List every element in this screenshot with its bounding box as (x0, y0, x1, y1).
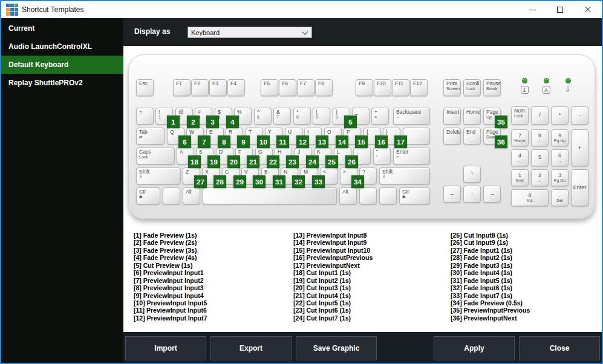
sidebar-item-current[interactable]: Current (1, 19, 123, 37)
key-numpad-subtract[interactable]: - (571, 106, 588, 125)
key-arrow-up[interactable]: ↑ (463, 166, 481, 183)
key-tab[interactable]: Tab⇄ (136, 128, 165, 145)
key-backspace[interactable]: Backspace← (393, 108, 430, 125)
shortcut-badge-5: 5 (344, 115, 357, 128)
legend-entry: [13] PreviewInput Input8 (293, 232, 448, 239)
legend-entry: [25] Cut Input8 (1s) (451, 232, 603, 239)
key-equals[interactable]: += (371, 108, 389, 125)
key-numpad-3[interactable]: 3Pg Dn (551, 169, 569, 186)
key-win-left[interactable] (163, 187, 180, 204)
key-numpad-divide[interactable]: / (531, 106, 549, 125)
key-menu[interactable] (379, 187, 397, 204)
key-f12[interactable]: F12 (410, 79, 428, 96)
minimize-icon (529, 10, 536, 10)
legend-entry: [7] PreviewInput Input2 (134, 277, 288, 284)
key-f10[interactable]: F10 (374, 79, 391, 96)
key-alt-right[interactable]: Alt (339, 187, 357, 204)
legend-entry: [27] Fade Input1 (1s) (451, 247, 603, 254)
sidebar-item-default-keyboard[interactable]: Default Keyboard (1, 56, 123, 74)
key-arrow-right[interactable]: → (483, 186, 501, 203)
key-shift-right[interactable]: Shift⇧ (379, 167, 430, 184)
key-numpad-decimal[interactable]: .Del (551, 189, 569, 206)
key-numpad-4[interactable]: 4← (511, 149, 529, 166)
key-delete[interactable]: Delete (443, 128, 461, 145)
key-f3[interactable]: F3 (209, 79, 227, 96)
key-enter[interactable]: Enter↵ (393, 148, 430, 164)
key-7[interactable]: &7 (273, 108, 291, 125)
key-backquote[interactable]: ~` (136, 108, 154, 125)
shortcut-badge-17: 17 (394, 135, 407, 148)
maximize-icon (557, 7, 563, 13)
legend-entry: [10] PreviewInput Input5 (134, 299, 288, 307)
key-8[interactable]: *8 (293, 108, 311, 125)
key-scroll-lock[interactable]: ScrollLock (463, 79, 481, 96)
legend-entry: [21] Cut Input4 (1s) (293, 292, 448, 299)
shortcut-badge-29: 29 (233, 175, 246, 188)
key-numpad-multiply[interactable]: * (551, 106, 569, 125)
caps-lock-led-icon: A (543, 86, 550, 94)
import-button[interactable]: Import (125, 336, 206, 360)
key-end[interactable]: End (463, 128, 481, 145)
chevron-down-icon (302, 29, 308, 35)
key-numpad-5[interactable]: 5 (531, 149, 549, 166)
key-f5[interactable]: F5 (261, 79, 278, 96)
key-numpad-6[interactable]: 6→ (551, 149, 569, 166)
shortcut-badge-3: 3 (206, 115, 219, 128)
legend-entry: [18] Cut Input1 (1s) (293, 269, 448, 276)
key-print-screen[interactable]: PrintScreen (443, 79, 461, 96)
key-6[interactable]: ^6 (254, 108, 272, 125)
key-numpad-8[interactable]: 8↑ (531, 129, 549, 146)
key-ctrl-left[interactable]: Ctr✱ (136, 187, 160, 204)
save-graphic-button[interactable]: Save Graphic (296, 336, 377, 360)
key-9[interactable]: (9 (313, 108, 330, 125)
legend-entry: [35] PreviewInputPrevious (451, 307, 603, 314)
key-f2[interactable]: F2 (191, 79, 209, 96)
legend-entry: [24] Cut Input7 (1s) (293, 314, 448, 322)
sidebar-item-replay-shuttleprov2[interactable]: Replay ShuttlePROv2 (1, 74, 123, 92)
apply-button[interactable]: Apply (434, 336, 515, 360)
maximize-button[interactable] (546, 1, 574, 18)
key-space[interactable] (203, 187, 337, 204)
key-numpad-9[interactable]: 9Pg Up (551, 129, 569, 146)
key-f7[interactable]: F7 (297, 79, 315, 96)
keyboard-panel: EscF1F2F3F4F5F6F7F8F9F10F11F12PrintScree… (128, 54, 595, 219)
key-num-lock[interactable]: NumLock (511, 106, 529, 125)
display-as-select[interactable]: Keyboard (187, 27, 312, 38)
caps-lock-led-dot (544, 78, 549, 83)
close-window-button[interactable] (574, 1, 602, 18)
key-ctrl-right[interactable]: Ctr✱ (399, 187, 430, 204)
key-numpad-7[interactable]: 7Home (511, 129, 529, 146)
key-numpad-enter[interactable]: Enter (571, 169, 588, 206)
content-area: EscF1F2F3F4F5F6F7F8F9F10F11F12PrintScree… (123, 46, 602, 332)
key-f8[interactable]: F8 (315, 79, 333, 96)
key-caps-lock[interactable]: CapsLock (136, 148, 175, 164)
key-alt-left[interactable]: Alt (183, 187, 200, 204)
key-quote[interactable]: "' (373, 148, 391, 164)
key-esc[interactable]: Esc (136, 79, 154, 96)
key-f9[interactable]: F9 (356, 79, 373, 96)
key-win-right[interactable] (359, 187, 377, 204)
sidebar-item-audio-launchcontrolxl[interactable]: Audio LaunchControlXL (1, 37, 123, 56)
key-home[interactable]: Home (463, 108, 481, 125)
close-button[interactable]: Close (519, 336, 600, 360)
key-f4[interactable]: F4 (227, 79, 245, 96)
key-f6[interactable]: F6 (279, 79, 296, 96)
key-arrow-left[interactable]: ← (443, 186, 461, 203)
key-numpad-1[interactable]: 1End (511, 169, 529, 186)
legend-entry: [23] Cut Input6 (1s) (293, 307, 448, 314)
key-numpad-0[interactable]: 0Ins (511, 189, 549, 206)
key-arrow-down[interactable]: ↓ (463, 186, 481, 203)
key-numpad-2[interactable]: 2↓ (531, 169, 549, 186)
key-f1[interactable]: F1 (173, 79, 191, 96)
shortcut-badge-16: 16 (375, 135, 388, 148)
export-button[interactable]: Export (210, 336, 292, 360)
key-numpad-add[interactable]: + (571, 129, 588, 166)
shortcut-legend: [1] Fade Preview (1s)[2] Fade Preview (2… (123, 232, 602, 328)
key-shift-left[interactable]: Shift⇧ (136, 167, 181, 184)
legend-entry: [33] Fade Input7 (1s) (451, 292, 603, 299)
scroll-lock-led: ⇩ (562, 78, 573, 94)
key-insert[interactable]: Insert (443, 108, 461, 125)
key-f11[interactable]: F11 (392, 79, 409, 96)
key-pause-break[interactable]: PauseBreak (483, 79, 501, 96)
minimize-button[interactable] (518, 1, 546, 18)
